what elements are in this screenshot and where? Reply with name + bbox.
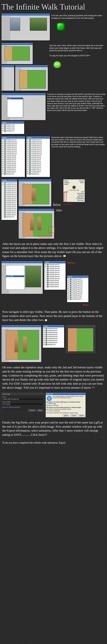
export-grayscale-option[interactable]: Convert to grayscale <box>48 410 60 412</box>
layer-row[interactable]: PastedLayer#14 <box>27 145 50 147</box>
layer-visibility-icon[interactable] <box>44 330 45 331</box>
layer-row[interactable]: PastedLayer#15 <box>68 282 88 284</box>
layer-visibility-icon[interactable] <box>2 208 4 210</box>
layer-row[interactable]: PastedLayer#16 <box>2 141 24 143</box>
layer-visibility-icon[interactable] <box>45 272 46 274</box>
layer-row[interactable]: PastedLayer#13 <box>2 147 24 149</box>
layer-row[interactable]: PastedLayer#12 <box>45 274 65 276</box>
layer-row[interactable]: PastedLayer#13 <box>2 190 17 192</box>
layer-visibility-icon[interactable] <box>45 276 46 278</box>
layer-visibility-icon[interactable] <box>2 196 4 198</box>
layer-visibility-icon[interactable] <box>68 278 69 280</box>
layer-row[interactable]: PastedLayer#6 <box>2 161 24 163</box>
layer-row[interactable]: PastedLayer#7 <box>2 159 24 161</box>
layer-visibility-icon[interactable] <box>2 214 4 216</box>
layer-row[interactable]: PastedLayer#11 <box>45 276 65 278</box>
layer-visibility-icon[interactable] <box>45 280 46 282</box>
layer-visibility-icon[interactable] <box>27 173 28 174</box>
layer-row[interactable]: PastedLayer#8 <box>2 200 17 202</box>
layer-row[interactable]: PastedLayer#7 <box>2 202 17 204</box>
layer-visibility-icon[interactable] <box>2 167 4 168</box>
layer-row[interactable]: PastedLayer#13 <box>27 147 50 149</box>
layer-visibility-icon[interactable] <box>27 145 28 146</box>
layer-visibility-icon[interactable] <box>2 210 4 212</box>
layer-visibility-icon[interactable] <box>2 153 4 154</box>
layer-visibility-icon[interactable] <box>2 184 4 186</box>
layer-row[interactable]: PastedLayer#9 <box>2 155 24 157</box>
layer-visibility-icon[interactable] <box>44 332 45 333</box>
layer-row[interactable]: PastedLayer#14 <box>2 188 17 190</box>
layer-row[interactable]: PastedLayer#7 <box>27 159 50 161</box>
layer-row[interactable]: PastedLayer#16 <box>27 141 50 143</box>
layer-visibility-icon[interactable] <box>68 294 69 296</box>
layer-row[interactable]: PastedLayer#17 <box>68 278 88 280</box>
layer-visibility-icon[interactable] <box>2 202 4 204</box>
layer-visibility-icon[interactable] <box>2 192 4 194</box>
layer-row[interactable]: PastedLayer#5 <box>2 163 24 165</box>
layer-visibility-icon[interactable] <box>68 280 69 282</box>
layer-visibility-icon[interactable] <box>27 141 28 142</box>
layer-row[interactable]: PastedLayer#9 <box>2 198 17 200</box>
layer-row[interactable]: PastedLayer#17 <box>2 182 17 184</box>
layer-row[interactable]: Background <box>43 344 64 346</box>
layer-visibility-icon[interactable] <box>27 147 28 148</box>
layer-row[interactable]: PastedLayer#8 <box>2 157 24 159</box>
layer-visibility-icon[interactable] <box>68 296 69 298</box>
layer-row[interactable]: Background <box>2 173 24 175</box>
layer-visibility-icon[interactable] <box>44 334 45 335</box>
layer-visibility-icon[interactable] <box>2 169 4 170</box>
layer-visibility-icon[interactable] <box>44 328 45 329</box>
layer-row[interactable]: PastedLayer#11 <box>2 151 24 153</box>
layer-row[interactable]: PastedLayer#14 <box>68 284 88 286</box>
layer-row[interactable]: PastedLayer#15 <box>27 143 50 145</box>
layer-visibility-icon[interactable] <box>2 171 4 172</box>
layer-visibility-icon[interactable] <box>2 200 4 202</box>
layer-row[interactable]: PastedLayer#6 <box>27 161 50 163</box>
layer-visibility-icon[interactable] <box>2 139 4 140</box>
layer-visibility-icon[interactable] <box>2 186 4 188</box>
layer-row[interactable]: PastedLayer#1 <box>27 171 50 173</box>
layer-visibility-icon[interactable] <box>2 165 4 166</box>
layer-visibility-icon[interactable] <box>2 198 4 200</box>
layer-row[interactable]: PastedLayer#4 <box>2 208 17 210</box>
layer-visibility-icon[interactable] <box>68 282 69 284</box>
layer-visibility-icon[interactable] <box>2 190 4 192</box>
layer-visibility-icon[interactable] <box>2 212 4 214</box>
layer-visibility-icon[interactable] <box>2 151 4 152</box>
layer-row[interactable]: PastedLayer#17 <box>45 264 65 266</box>
layer-visibility-icon[interactable] <box>2 206 4 208</box>
layer-visibility-icon[interactable] <box>27 161 28 162</box>
layer-row[interactable]: PastedLayer#2 <box>27 169 50 171</box>
layer-row[interactable]: PastedLayer#6 <box>45 286 65 288</box>
layer-visibility-icon[interactable] <box>27 163 28 164</box>
layer-row[interactable]: PastedLayer#4 <box>2 165 24 167</box>
layer-row[interactable]: PastedLayer#16 <box>45 266 65 268</box>
layer-visibility-icon[interactable] <box>68 298 69 300</box>
layer-visibility-icon[interactable] <box>2 141 4 142</box>
layer-row[interactable]: PastedLayer#17 <box>2 139 24 141</box>
layer-visibility-icon[interactable] <box>45 268 46 270</box>
layer-row[interactable]: PastedLayer#10 <box>2 153 24 155</box>
layer-visibility-icon[interactable] <box>2 216 4 218</box>
layer-row[interactable]: PastedLayer#3 <box>2 210 17 212</box>
layer-row[interactable]: PastedLayer#7 <box>43 330 64 332</box>
layer-visibility-icon[interactable] <box>44 344 45 345</box>
layer-visibility-icon[interactable] <box>27 159 28 160</box>
layer-row[interactable]: PastedLayer#2 <box>2 212 17 214</box>
layer-row[interactable]: PastedLayer#8 <box>45 282 65 284</box>
layer-row[interactable]: Background <box>2 216 17 218</box>
layer-visibility-icon[interactable] <box>45 264 46 266</box>
layer-row[interactable]: PastedLayer#14 <box>2 145 24 147</box>
layer-visibility-icon[interactable] <box>68 284 69 286</box>
layer-row[interactable]: PastedLayer#9 <box>45 280 65 282</box>
layer-visibility-icon[interactable] <box>2 147 4 148</box>
layer-visibility-icon[interactable] <box>2 182 4 184</box>
layer-visibility-icon[interactable] <box>2 163 4 164</box>
layer-row[interactable]: PastedLayer#9 <box>27 155 50 157</box>
layer-visibility-icon[interactable] <box>2 161 4 162</box>
layer-row[interactable]: PastedLayer#10 <box>68 292 88 294</box>
layer-row[interactable]: PastedLayer#12 <box>68 288 88 290</box>
layer-visibility-icon[interactable] <box>27 149 28 150</box>
save-save-button[interactable]: Save <box>37 409 43 412</box>
layer-visibility-icon[interactable] <box>45 266 46 268</box>
